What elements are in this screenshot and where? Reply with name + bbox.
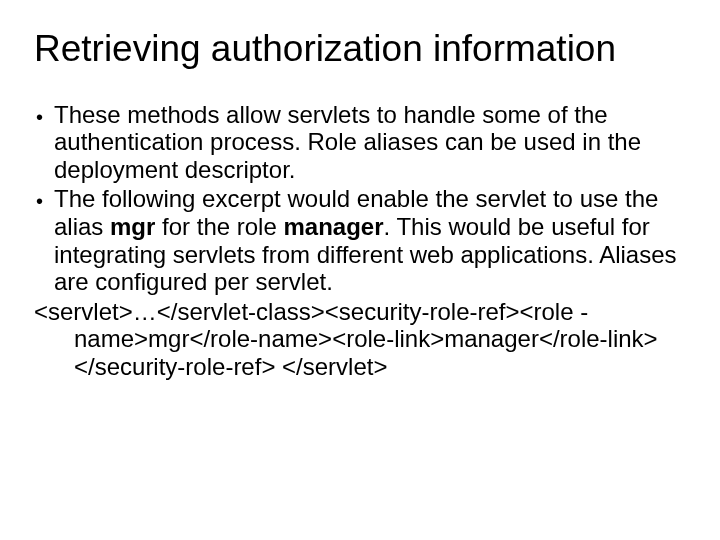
slide: Retrieving authorization information The… — [0, 0, 720, 540]
bullet-text: The following excerpt would enable the s… — [54, 185, 686, 295]
bold-text: manager — [283, 213, 383, 240]
slide-title: Retrieving authorization information — [34, 28, 686, 71]
bullet-text: These methods allow servlets to handle s… — [54, 101, 686, 184]
slide-body: These methods allow servlets to handle s… — [34, 101, 686, 381]
bullet-icon — [34, 185, 54, 214]
code-excerpt: <servlet>…</servlet-class><security-role… — [34, 298, 686, 381]
bullet-item: The following excerpt would enable the s… — [34, 185, 686, 295]
text-run: for the role — [155, 213, 283, 240]
bold-text: mgr — [110, 213, 155, 240]
bullet-item: These methods allow servlets to handle s… — [34, 101, 686, 184]
bullet-icon — [34, 101, 54, 130]
